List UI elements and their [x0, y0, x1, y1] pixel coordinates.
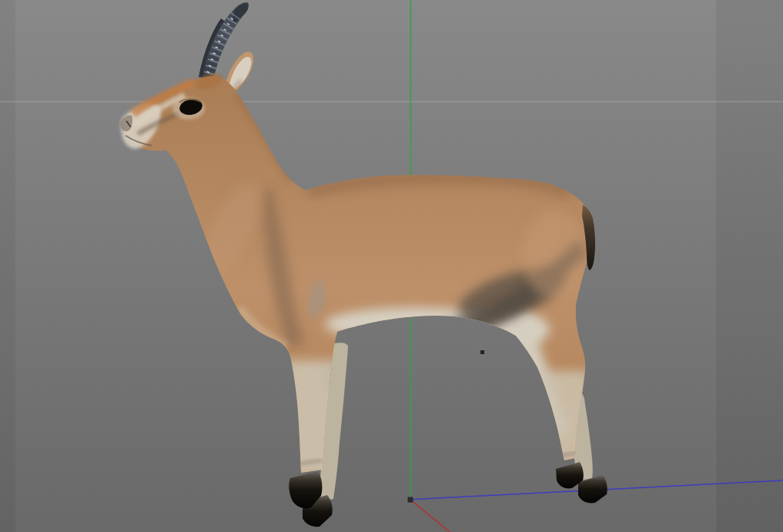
background-right-band	[715, 0, 783, 532]
3d-viewport[interactable]	[0, 0, 783, 532]
axes-origin-marker	[408, 497, 413, 503]
background-left-band	[0, 0, 15, 532]
background-right-seam	[715, 0, 716, 532]
scene-dot-marker	[480, 350, 484, 354]
viewport-canvas[interactable]	[0, 0, 783, 532]
horizon-line	[0, 101, 783, 102]
